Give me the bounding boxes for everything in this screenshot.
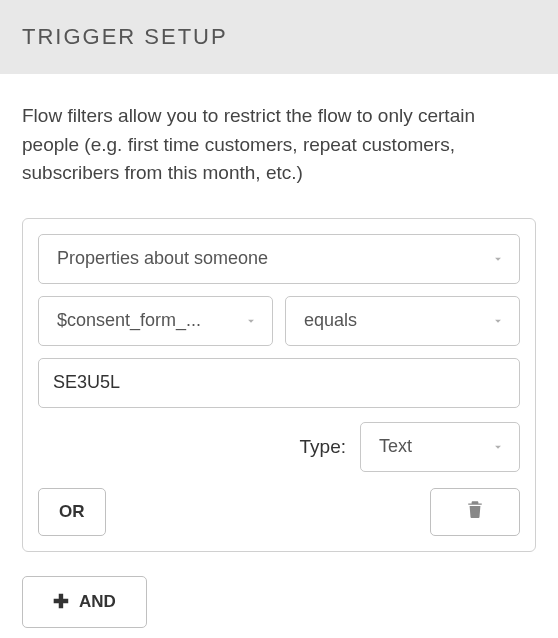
description-text: Flow filters allow you to restrict the f…: [22, 102, 536, 188]
operator-value: equals: [304, 310, 357, 331]
plus-icon: ✚: [53, 590, 69, 613]
chevron-down-icon: [491, 252, 505, 266]
filter-actions-row: OR: [38, 488, 520, 536]
delete-filter-button[interactable]: [430, 488, 520, 536]
panel-content: Flow filters allow you to restrict the f…: [0, 74, 558, 638]
chevron-down-icon: [244, 314, 258, 328]
and-button-label: AND: [79, 592, 116, 612]
type-select[interactable]: Text: [360, 422, 520, 472]
panel-header: TRIGGER SETUP: [0, 0, 558, 74]
property-name-value: $consent_form_...: [57, 310, 201, 331]
property-name-select[interactable]: $consent_form_...: [38, 296, 273, 346]
chevron-down-icon: [491, 440, 505, 454]
type-row: Type: Text: [38, 422, 520, 472]
filter-value-input[interactable]: [38, 358, 520, 408]
and-button[interactable]: ✚ AND: [22, 576, 147, 628]
filter-group: Properties about someone $consent_form_.…: [22, 218, 536, 552]
or-button-label: OR: [59, 502, 85, 522]
property-category-row: Properties about someone: [38, 234, 520, 284]
type-label: Type:: [300, 436, 346, 458]
or-button[interactable]: OR: [38, 488, 106, 536]
chevron-down-icon: [491, 314, 505, 328]
property-operator-row: $consent_form_... equals: [38, 296, 520, 346]
operator-select[interactable]: equals: [285, 296, 520, 346]
type-value: Text: [379, 436, 412, 457]
property-category-value: Properties about someone: [57, 248, 268, 269]
page-title: TRIGGER SETUP: [22, 24, 536, 50]
trash-icon: [467, 500, 483, 523]
property-category-select[interactable]: Properties about someone: [38, 234, 520, 284]
